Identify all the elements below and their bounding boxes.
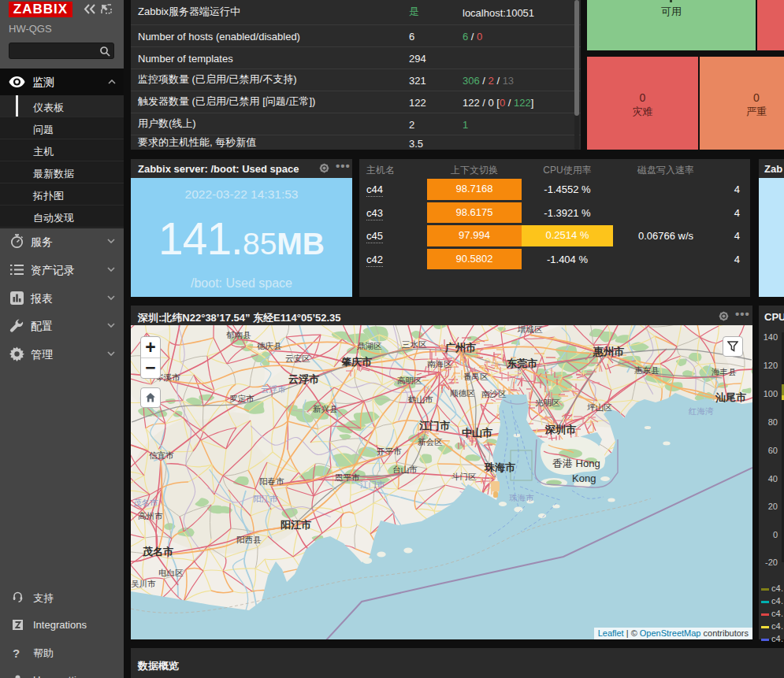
svg-text:Kong: Kong bbox=[572, 472, 596, 484]
svg-text:阳江市: 阳江市 bbox=[281, 519, 311, 531]
svg-text:电白区: 电白区 bbox=[158, 568, 184, 577]
svg-text:阳春市: 阳春市 bbox=[259, 476, 284, 486]
svg-text:阳西县: 阳西县 bbox=[236, 535, 262, 544]
svg-text:鼎湖区: 鼎湖区 bbox=[357, 341, 382, 350]
svg-text:茂名市: 茂名市 bbox=[142, 546, 173, 558]
svg-text:顺德区: 顺德区 bbox=[450, 388, 475, 398]
svg-text:云浮市: 云浮市 bbox=[288, 373, 319, 385]
svg-text:江门市: 江门市 bbox=[419, 420, 450, 432]
svg-text:惠东县: 惠东县 bbox=[634, 365, 660, 375]
svg-text:信宜市: 信宜市 bbox=[149, 450, 174, 460]
svg-text:珠海市: 珠海市 bbox=[509, 493, 534, 502]
svg-text:恩平市: 恩平市 bbox=[334, 472, 360, 482]
svg-text:深圳市: 深圳市 bbox=[544, 424, 576, 435]
svg-text:汕尾市: 汕尾市 bbox=[715, 391, 746, 403]
svg-text:云安区: 云安区 bbox=[285, 354, 310, 363]
svg-text:坪山区: 坪山区 bbox=[587, 402, 612, 412]
svg-text:开平市: 开平市 bbox=[377, 446, 402, 456]
svg-text:斗门区: 斗门区 bbox=[451, 472, 477, 481]
svg-text:广州市: 广州市 bbox=[444, 342, 476, 354]
svg-text:罗定市: 罗定市 bbox=[229, 394, 255, 403]
svg-text:阳江市: 阳江市 bbox=[253, 494, 278, 503]
svg-text:郁南县: 郁南县 bbox=[226, 330, 251, 339]
svg-text:香港 Hong: 香港 Hong bbox=[552, 458, 600, 469]
svg-text:珠海市: 珠海市 bbox=[484, 461, 515, 473]
svg-text:高州市: 高州市 bbox=[138, 511, 163, 521]
svg-text:光明区: 光明区 bbox=[535, 398, 560, 407]
svg-text:新兴县: 新兴县 bbox=[313, 404, 338, 413]
svg-text:南沙区: 南沙区 bbox=[481, 389, 507, 398]
svg-text:海丰县: 海丰县 bbox=[712, 367, 737, 376]
svg-text:鹤山市: 鹤山市 bbox=[407, 395, 433, 404]
svg-text:茂名市: 茂名市 bbox=[133, 498, 158, 507]
svg-text:肇庆市: 肇庆市 bbox=[340, 356, 372, 368]
svg-text:新会区: 新会区 bbox=[418, 437, 443, 446]
svg-text:三水区: 三水区 bbox=[402, 339, 427, 349]
svg-text:惠州市: 惠州市 bbox=[593, 346, 624, 358]
svg-text:高明区: 高明区 bbox=[397, 376, 422, 385]
svg-text:红海湾: 红海湾 bbox=[688, 406, 714, 416]
svg-text:中山市: 中山市 bbox=[462, 427, 492, 439]
svg-text:增城区: 增城区 bbox=[517, 325, 543, 334]
svg-text:台山市: 台山市 bbox=[392, 465, 418, 474]
svg-text:吴川市: 吴川市 bbox=[131, 579, 156, 588]
svg-text:番禺区: 番禺区 bbox=[463, 372, 489, 381]
svg-text:南海区: 南海区 bbox=[427, 359, 452, 369]
svg-text:云浮市: 云浮市 bbox=[261, 384, 286, 394]
svg-text:德庆县: 德庆县 bbox=[257, 341, 282, 350]
svg-text:东莞市: 东莞市 bbox=[506, 358, 537, 369]
svg-text:江门市: 江门市 bbox=[360, 480, 385, 489]
